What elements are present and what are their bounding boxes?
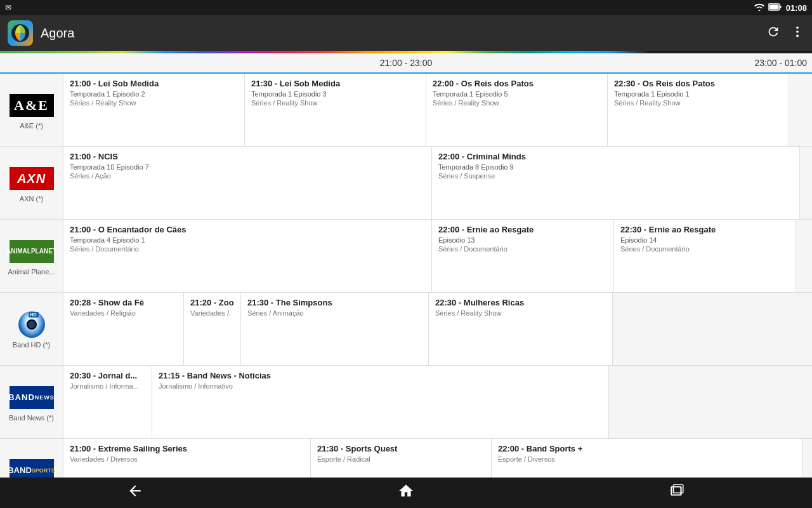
channel-logo-cell-band-hd[interactable]: HD Band HD (*) [0,293,63,365]
content-area: A&E A&E (*) 21:00 - Lei Sob Medida Tempo… [0,74,812,478]
animal-planet-logo: ANIMAL PLANET [10,239,54,264]
program-genre: Variedades /. [190,309,234,317]
program-subtitle: Temporada 1 Episodio 3 [251,90,419,98]
time-display: 01:08 [786,3,807,13]
band-hd-logo: HD [10,312,54,337]
program-genre: Esporte / Radical [317,455,485,463]
program-subtitle: Temporada 1 Episodio 2 [70,90,238,98]
axn-logo: AXN [10,166,54,191]
recents-button[interactable] [669,483,685,503]
timeline-next: 23:00 - 01:00 [754,58,807,68]
channel-logo-cell-ae[interactable]: A&E A&E (*) [0,74,63,146]
band-hd-programs: 20:28 - Show da Fé Variedades / Religião… [63,293,812,365]
channel-row-axn: AXN AXN (*) 21:00 - NCIS Temporada 10 Ep… [0,147,812,220]
program-genre: Séries / Reality Show [433,99,601,107]
program-cell[interactable]: 22:30 - Mulheres Ricas Séries / Reality … [429,293,613,365]
program-title: 21:20 - Zoo [190,298,234,307]
channel-row-animal-planet: ANIMAL PLANET Animal Plane... 21:00 - O … [0,220,812,293]
program-genre: Séries / Documentário [70,245,425,253]
program-genre: Séries / Reality Show [435,309,606,317]
program-genre: Variedades / Diversos [70,455,304,463]
program-title: 21:00 - NCIS [70,152,425,161]
program-title: 21:30 - Sports Quest [317,444,485,453]
band-hd-channel-name: Band HD (*) [13,341,50,349]
program-cell[interactable]: 22:00 - Criminal Minds Temporada 8 Episo… [432,147,800,219]
status-bar: ✉ 01:08 [0,0,812,15]
program-cell[interactable]: 22:00 - Os Reis dos Patos Temporada 1 Ep… [426,74,608,146]
program-cell[interactable]: 22:30 - Os Reis dos Patos Temporada 1 Ep… [608,74,789,146]
program-genre: Esporte / Diversos [498,455,796,463]
animal-planet-programs: 21:00 - O Encantador de Cães Temporada 4… [63,220,812,292]
program-genre: Variedades / Religião [70,309,177,317]
channel-logo-cell-band-sports[interactable]: BAND SPORTS Band Sports [0,439,63,478]
program-title: 20:28 - Show da Fé [70,298,177,307]
program-cell[interactable]: 21:20 - Zoo Variedades /. [184,293,241,365]
program-cell[interactable]: 21:30 - Lei Sob Medida Temporada 1 Episo… [245,74,426,146]
program-cell[interactable]: 21:00 - Extreme Sailing Series Variedade… [63,439,311,478]
program-genre: Séries / Documentário [438,245,607,253]
program-genre: Séries / Documentário [620,245,789,253]
program-title: 21:00 - O Encantador de Cães [70,225,425,234]
timeline-header: 21:00 - 23:00 23:00 - 01:00 [0,53,812,74]
program-title: 21:30 - Lei Sob Medida [251,79,419,88]
program-cell[interactable]: 20:28 - Show da Fé Variedades / Religião [63,293,184,365]
program-title: 22:00 - Ernie ao Resgate [438,225,607,234]
axn-programs: 21:00 - NCIS Temporada 10 Episodio 7 Sér… [63,147,812,219]
app-title: Agora [41,26,759,41]
timeline-current: 21:00 - 23:00 [0,58,812,68]
svg-rect-7 [671,487,681,495]
program-title: 22:00 - Band Sports + [498,444,796,453]
program-cell[interactable]: 21:00 - NCIS Temporada 10 Episodio 7 Sér… [63,147,432,219]
program-genre: Séries / Ação [70,172,425,180]
channel-logo-cell-animal-planet[interactable]: ANIMAL PLANET Animal Plane... [0,220,63,292]
program-cell[interactable]: 21:30 - The Simpsons Séries / Animação [241,293,429,365]
svg-point-6 [796,34,799,37]
ae-programs: 21:00 - Lei Sob Medida Temporada 1 Episo… [63,74,812,146]
program-subtitle: Temporada 10 Episodio 7 [70,163,425,171]
channel-logo-cell-axn[interactable]: AXN AXN (*) [0,147,63,219]
svg-point-5 [796,30,799,33]
axn-channel-name: AXN (*) [20,195,43,203]
program-title: 22:30 - Ernie ao Resgate [620,225,789,234]
band-news-logo: BAND NEWS [10,385,54,410]
program-title: 21:15 - Band News - Notícias [159,371,602,380]
program-cell[interactable]: 21:00 - O Encantador de Cães Temporada 4… [63,220,432,292]
email-icon: ✉ [5,3,11,12]
app-logo [8,20,33,46]
channel-row-band-news: BAND NEWS Band News (*) 20:30 - Jornal d… [0,366,812,439]
svg-point-4 [796,26,799,29]
program-cell[interactable]: 21:15 - Band News - Notícias Jornalismo … [152,366,609,438]
band-news-programs: 20:30 - Jornal d... Jornalismo / Informa… [63,366,812,438]
program-cell[interactable]: 22:00 - Band Sports + Esporte / Diversos [492,439,802,478]
status-left: ✉ [5,3,11,12]
back-button[interactable] [127,483,143,503]
ae-channel-name: A&E (*) [20,122,43,130]
refresh-icon[interactable] [766,25,780,42]
top-bar: Agora [0,15,812,51]
program-genre: Séries / Suspense [438,172,793,180]
band-sports-programs: 21:00 - Extreme Sailing Series Variedade… [63,439,812,478]
home-button[interactable] [398,483,414,503]
program-title: 22:00 - Os Reis dos Patos [433,79,601,88]
program-subtitle: Temporada 1 Episodio 1 [614,90,782,98]
animal-planet-channel-name: Animal Plane... [8,268,55,276]
program-genre: Séries / Animação [247,309,422,317]
top-bar-actions [766,25,804,42]
wifi-icon [754,3,764,13]
bottom-nav [0,478,812,508]
channel-row-band-hd: HD Band HD (*) 20:28 - Show da Fé Varied… [0,293,812,366]
program-subtitle: Temporada 1 Episodio 5 [433,90,601,98]
program-cell[interactable]: 21:30 - Sports Quest Esporte / Radical [311,439,492,478]
channel-logo-cell-band-news[interactable]: BAND NEWS Band News (*) [0,366,63,438]
program-subtitle: Temporada 4 Episodio 1 [70,236,425,244]
program-title: 21:00 - Lei Sob Medida [70,79,238,88]
menu-icon[interactable] [790,25,804,42]
program-cell[interactable]: 22:00 - Ernie ao Resgate Episodio 13 Sér… [432,220,614,292]
program-cell[interactable]: 20:30 - Jornal d... Jornalismo / Informa… [63,366,152,438]
band-news-channel-name: Band News (*) [9,414,54,422]
channel-row-band-sports: BAND SPORTS Band Sports 21:00 - Extreme … [0,439,812,478]
program-genre: Séries / Reality Show [614,99,782,107]
program-cell[interactable]: 22:30 - Ernie ao Resgate Episodio 14 Sér… [614,220,796,292]
program-cell[interactable]: 21:00 - Lei Sob Medida Temporada 1 Episo… [63,74,245,146]
svg-rect-1 [769,4,778,9]
